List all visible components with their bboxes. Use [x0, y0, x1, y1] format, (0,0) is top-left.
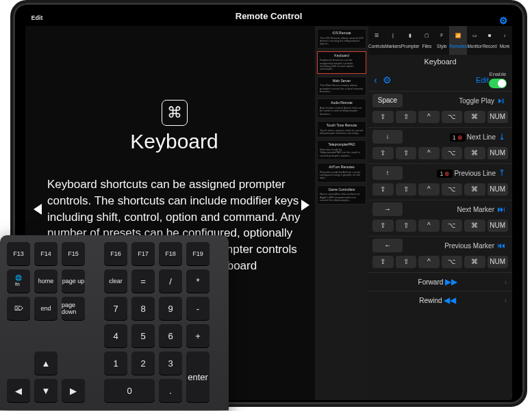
modifier-key[interactable]: ⇪	[372, 111, 394, 123]
tab-controls[interactable]: ☰Controls	[368, 26, 385, 55]
modifier-key[interactable]: NUM	[487, 183, 509, 196]
modifier-key[interactable]: ⇪	[372, 256, 394, 268]
tab-record[interactable]: ⏺Record	[482, 26, 497, 55]
tab-markers[interactable]: ❘Markers	[385, 26, 401, 55]
thumb-touch-tone[interactable]: Touch Tone RemoteTouch tones may be used…	[317, 121, 366, 137]
key-end[interactable]: end	[34, 297, 58, 320]
gear-icon[interactable]: ⚙	[499, 11, 508, 30]
key-well[interactable]: →	[372, 202, 403, 216]
modifier-key[interactable]: ^	[418, 220, 440, 232]
thumb-audio-remote[interactable]: Audio RemoteAny remote control device th…	[317, 98, 366, 118]
thumb-keyboard[interactable]: KeyboardKeyboard shortcuts can be assign…	[317, 51, 366, 74]
thumb-ios-remote[interactable]: iOS RemoteThe iOS Remote allows several …	[317, 29, 366, 49]
tab-files[interactable]: ▢Files	[419, 26, 434, 55]
modifier-key[interactable]: ⇧	[396, 220, 417, 232]
key-arrow-down[interactable]: ▼	[34, 379, 58, 402]
key-enter[interactable]: enter	[186, 352, 210, 402]
enable-switch[interactable]	[489, 79, 507, 88]
key-equals[interactable]: =	[131, 269, 155, 293]
modifier-key[interactable]: ⇧	[396, 111, 417, 123]
key-5[interactable]: 5	[131, 324, 155, 347]
key-f17[interactable]: F17	[131, 242, 155, 265]
key-1[interactable]: 1	[104, 352, 127, 375]
key-f18[interactable]: F18	[159, 242, 182, 265]
key-plus[interactable]: +	[186, 324, 210, 347]
key-f15[interactable]: F15	[62, 242, 85, 265]
shortcut-group[interactable]: ↑1⊗Previous Line⤒⇪⇧^⌥⌘NUM	[368, 163, 512, 196]
key-3[interactable]: 3	[159, 352, 182, 375]
prev-arrow-icon[interactable]	[34, 204, 42, 215]
modifier-key[interactable]: ⌘	[464, 183, 485, 196]
key-4[interactable]: 4	[104, 324, 127, 347]
modifier-key[interactable]: ⌘	[464, 147, 485, 159]
key-clear[interactable]: clear	[104, 269, 127, 293]
modifier-key[interactable]: ⇪	[372, 220, 394, 232]
key-well[interactable]: ←	[372, 239, 403, 252]
modifier-key[interactable]: ⌘	[464, 220, 485, 232]
thumbnail-strip[interactable]: iOS RemoteThe iOS Remote allows several …	[315, 26, 368, 400]
shortcut-group[interactable]: ←Previous Marker⏮⇪⇧^⌥⌘NUM	[368, 236, 512, 268]
modifier-key[interactable]: ⇪	[372, 147, 394, 159]
modifier-key[interactable]: NUM	[487, 256, 509, 268]
sliders-icon[interactable]: ⚙	[377, 75, 397, 85]
modifier-key[interactable]: ⇧	[396, 256, 417, 268]
thumb-web-server[interactable]: Web ServerThe Web Server remote allows p…	[317, 77, 366, 96]
key-arrow-right[interactable]: ▶	[62, 379, 85, 402]
tab-remotes[interactable]: 📶Remotes	[449, 26, 467, 55]
key-home[interactable]: home	[34, 269, 58, 293]
key-divide[interactable]: /	[159, 269, 182, 293]
key-7[interactable]: 7	[104, 297, 127, 320]
key-well[interactable]: ↑	[372, 166, 403, 180]
key-f19[interactable]: F19	[186, 242, 210, 265]
edit-link[interactable]: Edit	[476, 76, 489, 84]
shortcut-row[interactable]: Forward ▶▶›	[368, 272, 512, 291]
modifier-key[interactable]: ⌥	[442, 256, 463, 268]
modifier-key[interactable]: NUM	[487, 147, 509, 159]
key-0[interactable]: 0	[104, 379, 155, 402]
key-minus[interactable]: -	[186, 297, 210, 320]
key-8[interactable]: 8	[131, 297, 155, 320]
tab-monitor[interactable]: ▭Monitor	[467, 26, 482, 55]
modifier-key[interactable]: ⌘	[464, 111, 485, 123]
thumb-game-controllers[interactable]: Game ControllersGame controllers that co…	[317, 185, 366, 205]
modifier-key[interactable]: NUM	[487, 220, 509, 232]
modifier-key[interactable]: ^	[418, 111, 440, 123]
thumb-airturn[interactable]: AirTurn RemotesRemotes made by AirTurn c…	[317, 163, 366, 183]
key-pagedown[interactable]: page down	[62, 297, 85, 320]
key-9[interactable]: 9	[159, 297, 182, 320]
key-forward-delete[interactable]: ⌦	[7, 297, 30, 320]
next-arrow-icon[interactable]	[301, 200, 309, 211]
key-fn[interactable]: 🌐fn	[7, 269, 30, 293]
shortcut-row[interactable]: Rewind ◀◀›	[368, 291, 512, 309]
tab-style[interactable]: FStyle	[434, 26, 449, 55]
modifier-key[interactable]: ⌥	[442, 183, 463, 196]
modifier-key[interactable]: ⌥	[442, 147, 463, 159]
key-multiply[interactable]: *	[186, 269, 210, 293]
key-f14[interactable]: F14	[34, 242, 58, 265]
modifier-key[interactable]: ⌥	[442, 111, 463, 123]
tab-more[interactable]: ♪More	[497, 26, 512, 55]
key-arrow-up[interactable]: ▲	[34, 352, 58, 375]
modifier-key[interactable]: ⇪	[372, 183, 394, 196]
key-f16[interactable]: F16	[104, 242, 127, 265]
shortcut-group[interactable]: →Next Marker⏭⇪⇧^⌥⌘NUM	[368, 200, 512, 232]
thumb-teleprompterpad[interactable]: TeleprompterPADRemotes made by Telepromp…	[317, 140, 366, 160]
key-f13[interactable]: F13	[7, 242, 30, 265]
key-arrow-left[interactable]: ◀	[7, 379, 30, 402]
modifier-key[interactable]: ⌥	[442, 220, 463, 232]
tab-prompter[interactable]: ▮Prompter	[401, 26, 420, 55]
modifier-key[interactable]: NUM	[487, 111, 509, 123]
key-well[interactable]: ↓	[372, 130, 403, 144]
shortcut-group[interactable]: ↓1⊗Next Line⤓⇪⇧^⌥⌘NUM	[368, 127, 512, 159]
modifier-key[interactable]: ^	[418, 183, 440, 196]
key-2[interactable]: 2	[131, 352, 155, 375]
modifier-key[interactable]: ⇧	[396, 183, 417, 196]
enable-toggle[interactable]: Enable	[489, 71, 507, 88]
modifier-key[interactable]: ⇧	[396, 147, 417, 159]
key-well[interactable]: Space	[372, 94, 403, 107]
modifier-key[interactable]: ^	[418, 147, 440, 159]
key-6[interactable]: 6	[159, 324, 182, 347]
modifier-key[interactable]: ^	[418, 256, 440, 268]
modifier-key[interactable]: ⌘	[464, 256, 485, 268]
key-period[interactable]: .	[159, 379, 182, 402]
